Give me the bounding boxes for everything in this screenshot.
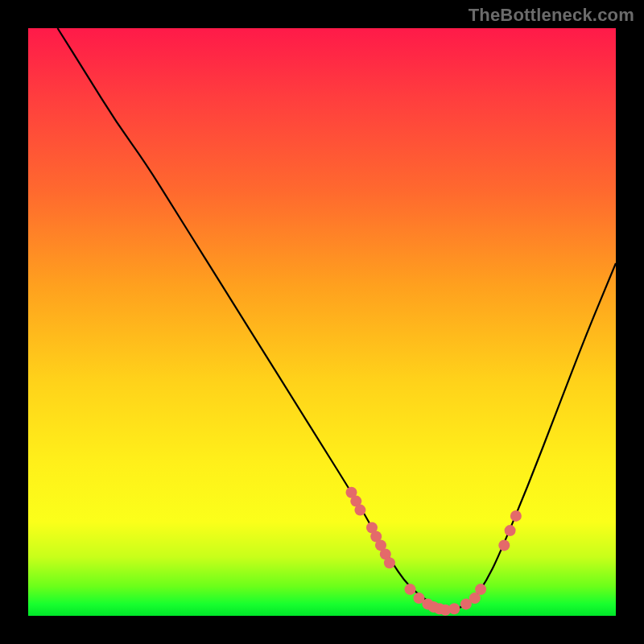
- data-marker: [498, 539, 510, 551]
- data-marker: [354, 505, 365, 516]
- marker-group: [346, 487, 522, 616]
- data-marker: [510, 510, 522, 522]
- chart-frame: TheBottleneck.com: [0, 0, 644, 644]
- curve-svg: [28, 28, 616, 616]
- watermark-text: TheBottleneck.com: [469, 5, 634, 26]
- plot-area: [28, 28, 616, 616]
- data-marker: [505, 525, 516, 536]
- data-marker: [475, 584, 486, 595]
- data-marker: [448, 603, 460, 614]
- bottleneck-curve: [58, 28, 617, 609]
- data-marker: [405, 584, 416, 595]
- data-marker: [384, 557, 395, 568]
